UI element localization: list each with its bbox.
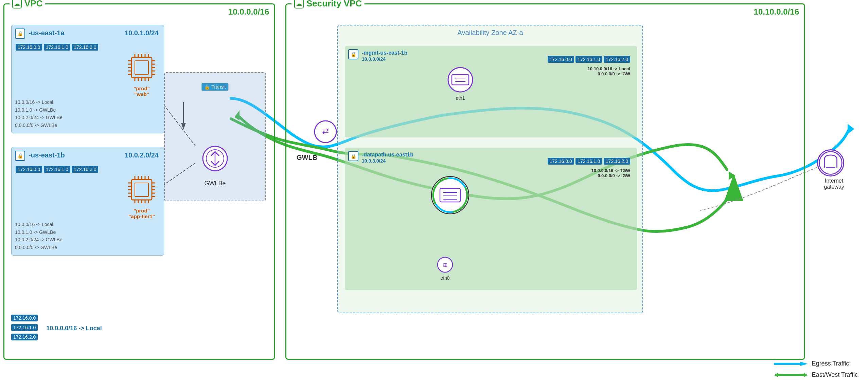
vpc-cidr: 10.0.0.0/16 [228, 7, 269, 17]
vpc-title: ☁ VPC [10, 0, 45, 9]
svg-text:⊞: ⊞ [443, 262, 447, 268]
az1b-routes: 10.0.0/16 -> Local 10.0.1.0 -> GWLBe 10.… [15, 221, 123, 251]
az1a-tag-1: 172.16.0.0 [16, 44, 42, 51]
main-container: ☁ VPC 10.0.0.0/16 🔒 -us-east-1a 10.0.1.0… [0, 0, 868, 392]
eth0-icon: ⊞ eth0 [437, 256, 454, 281]
mgmt-label: -mgmt-us-east-1b 10.0.0.0/24 [362, 50, 407, 62]
az1b-tag-1: 172.16.0.0 [16, 166, 42, 173]
az1a-route-tags: 172.16.0.0 172.16.1.0 172.16.2.0 [16, 44, 98, 52]
security-vpc-cidr: 10.10.0.0/16 [754, 7, 799, 17]
datapath-label: -datapath-us-east1b 10.0.3.0/24 [362, 152, 413, 164]
az-title: Availability Zone AZ-a [457, 29, 523, 37]
lock-icon-mgmt: 🔒 [348, 49, 358, 59]
subnet-az1a-cidr: 10.0.1.0/24 [125, 29, 159, 37]
az1b-instance-icon: "prod""app-tier1" [126, 174, 157, 219]
az1a-routes: 10.0.0/16 -> Local 10.0.1.0 -> GWLBe 10.… [15, 98, 123, 129]
gwlb-label: GWLB [297, 154, 317, 162]
mgmt-route-tags: 172.16.0.0 172.16.1.0 172.16.2.0 10.10.0… [548, 56, 630, 76]
security-vpc-box: ☁ Security VPC 10.10.0.0/16 GWLB ⇄ Avail… [285, 3, 805, 360]
svg-text:☁: ☁ [296, 1, 302, 7]
transit-subnet: 🔒 Transit GWLBe [164, 72, 266, 201]
lock-icon-az1a: 🔒 [15, 29, 25, 39]
security-vpc-title: ☁ Security VPC [291, 0, 365, 9]
mgmt-subnet: 🔒 -mgmt-us-east-1b 10.0.0.0/24 eth1 [345, 46, 637, 137]
lock-icon-az1b: 🔒 [15, 151, 25, 161]
datapath-route-tags: 172.16.0.0 172.16.1.0 172.16.2.0 10.0.0.… [548, 158, 630, 178]
igw-label: Internet gateway [817, 178, 851, 190]
svg-rect-53 [135, 183, 148, 197]
legend-egress: Egress Traffic [774, 360, 858, 367]
vpc-box: ☁ VPC 10.0.0.0/16 🔒 -us-east-1a 10.0.1.0… [3, 3, 275, 360]
az-box: Availability Zone AZ-a 🔒 -mgmt-us-east-1… [337, 25, 643, 313]
eth1-icon: eth1 [447, 66, 474, 101]
az1a-instance-label: "prod""web" [126, 86, 157, 97]
az1a-instance-icon: "prod""web" [126, 52, 157, 97]
legend-east-west: East/West Traffic [774, 371, 858, 378]
eth1-label: eth1 [447, 95, 474, 101]
firewall-icon [430, 175, 471, 217]
az1b-tag-2: 172.16.1.0 [44, 166, 70, 173]
gwlb-icon: ⇄ [314, 120, 337, 145]
mgmt-route-text: 10.10.0.0/16 -> Local 0.0.0.0/0 -> IGW [548, 66, 630, 76]
az1a-tag-2: 172.16.1.0 [44, 44, 70, 51]
bottom-routes: 172.16.0.0 172.16.1.0 172.16.2.0 10.0.0.… [11, 315, 102, 342]
svg-rect-31 [135, 61, 148, 74]
lock-icon-datapath: 🔒 [348, 151, 358, 161]
gwlbe-icon-container [201, 145, 229, 173]
az1a-tag-3: 172.16.2.0 [72, 44, 98, 51]
datapath-route-text: 10.0.0.0/16 -> TGW 0.0.0.0/0 -> IGW [548, 168, 630, 178]
bottom-route-text: 10.0.0.0/16 -> Local [46, 325, 102, 332]
svg-marker-79 [774, 373, 778, 377]
internet-gateway-container: Internet gateway [817, 149, 851, 190]
svg-text:⇄: ⇄ [322, 127, 329, 136]
az1b-instance-label: "prod""app-tier1" [126, 208, 157, 219]
az1b-tag-3: 172.16.2.0 [72, 166, 98, 173]
svg-marker-77 [800, 362, 808, 366]
subnet-az1b-label: -us-east-1b [29, 151, 65, 159]
subnet-az1a: 🔒 -us-east-1a 10.0.1.0/24 172.16.0.0 172… [11, 25, 164, 133]
svg-marker-80 [804, 373, 808, 377]
svg-text:☁: ☁ [14, 1, 20, 7]
eth0-label: eth0 [437, 275, 454, 281]
subnet-az1b-cidr: 10.0.2.0/24 [125, 151, 159, 159]
transit-tag: 🔒 Transit [201, 83, 228, 91]
legend: Egress Traffic East/West Traffic [774, 360, 858, 378]
subnet-az1b: 🔒 -us-east-1b 10.0.2.0/24 172.16.0.0 172… [11, 147, 164, 256]
az1b-route-tags: 172.16.0.0 172.16.1.0 172.16.2.0 [16, 166, 98, 174]
gwlbe-label: GWLBe [204, 180, 226, 187]
datapath-subnet: 🔒 -datapath-us-east1b 10.0.3.0/24 [345, 148, 637, 290]
subnet-az1a-label: -us-east-1a [29, 29, 65, 37]
igw-icon [817, 149, 844, 176]
bottom-route-tags: 172.16.0.0 172.16.1.0 172.16.2.0 [11, 315, 38, 342]
